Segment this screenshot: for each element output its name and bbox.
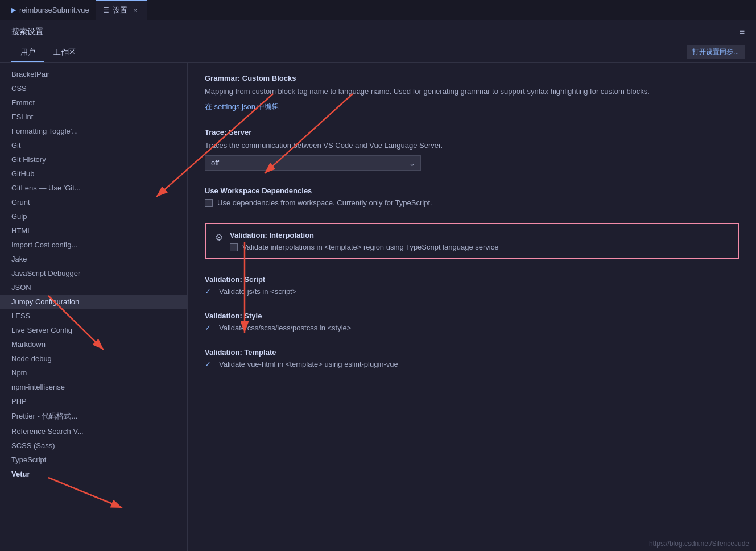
sidebar-item-jumpy[interactable]: Jumpy Configuration xyxy=(0,295,187,309)
settings-json-link[interactable]: 在 settings.json 中编辑 xyxy=(205,102,280,111)
grammar-custom-blocks-desc: Mapping from custom block tag name to la… xyxy=(205,86,717,97)
validation-interpolation-block: ⚙ Validation: Interpolation Validate int… xyxy=(205,223,739,259)
validation-template-label: Validate vue-html in <template> using es… xyxy=(219,360,398,368)
trace-server-dropdown[interactable]: off messages verbose xyxy=(205,155,421,171)
sidebar-item-formatting-toggle[interactable]: Formatting Toggle'... xyxy=(0,124,187,138)
sidebar-item-bracketpair[interactable]: BracketPair xyxy=(0,67,187,81)
sidebar-item-less[interactable]: LESS xyxy=(0,309,187,323)
settings-tab[interactable]: ☰ 设置 × xyxy=(96,0,147,20)
validation-interpolation-row: Validate interpolations in <template> re… xyxy=(230,243,729,251)
sidebar-item-reference-search[interactable]: Reference Search V... xyxy=(0,424,187,438)
settings-tab-label: 设置 xyxy=(113,5,127,15)
validation-script-row: ✓ Validate js/ts in <script> xyxy=(205,287,739,296)
sidebar-item-gitlens[interactable]: GitLens — Use 'Git... xyxy=(0,181,187,195)
sidebar-item-import-cost[interactable]: Import Cost config... xyxy=(0,238,187,252)
settings-icon: ☰ xyxy=(103,6,109,14)
sidebar-item-markdown[interactable]: Markdown xyxy=(0,337,187,351)
validation-script-label: Validate js/ts in <script> xyxy=(219,287,296,296)
validation-template-row: ✓ Validate vue-html in <template> using … xyxy=(205,360,739,368)
use-workspace-deps-block: Use Workspace Dependencies Use dependenc… xyxy=(205,187,739,207)
trace-server-desc: Traces the communication between VS Code… xyxy=(205,140,717,151)
main-content: Grammar: Custom Blocks Mapping from cust… xyxy=(188,63,756,551)
sidebar-item-typescript[interactable]: TypeScript xyxy=(0,453,187,467)
sidebar-item-jake[interactable]: Jake xyxy=(0,252,187,266)
sidebar-item-vetur[interactable]: Vetur xyxy=(0,467,187,481)
trace-server-title: Trace: Server xyxy=(205,128,739,136)
titlebar: ▶ reimburseSubmit.vue ☰ 设置 × xyxy=(0,0,756,20)
tab-workspace[interactable]: 工作区 xyxy=(44,44,85,62)
sidebar-item-node-debug[interactable]: Node debug xyxy=(0,351,187,366)
gear-icon: ⚙ xyxy=(215,232,223,243)
sidebar-item-eslint[interactable]: ESLint xyxy=(0,110,187,124)
menu-icon[interactable]: ≡ xyxy=(740,27,745,37)
checkmark-icon: ✓ xyxy=(205,287,211,296)
grammar-custom-blocks-title: Grammar: Custom Blocks xyxy=(205,74,739,82)
settings-header: 搜索设置 ≡ 用户 工作区 打开设置同步... xyxy=(0,20,756,63)
validation-style-label: Validate css/scss/less/postcss in <style… xyxy=(219,324,351,332)
validation-interpolation-checkbox[interactable] xyxy=(230,243,238,251)
validation-style-row: ✓ Validate css/scss/less/postcss in <sty… xyxy=(205,324,739,332)
use-workspace-deps-row: Use dependencies from workspace. Current… xyxy=(205,198,739,207)
validation-template-block: Validation: Template ✓ Validate vue-html… xyxy=(205,348,739,368)
validation-script-block: Validation: Script ✓ Validate js/ts in <… xyxy=(205,275,739,296)
sidebar-item-html[interactable]: HTML xyxy=(0,223,187,238)
file-tab[interactable]: ▶ reimburseSubmit.vue xyxy=(5,0,96,20)
sidebar-item-grunt[interactable]: Grunt xyxy=(0,195,187,209)
sidebar-item-gulp[interactable]: Gulp xyxy=(0,209,187,223)
trace-server-dropdown-wrapper: off messages verbose ⌄ xyxy=(205,155,421,171)
sidebar-item-github[interactable]: GitHub xyxy=(0,167,187,181)
search-label: 搜索设置 xyxy=(11,27,43,37)
file-tab-label: reimburseSubmit.vue xyxy=(19,6,89,14)
sidebar-item-js-debugger[interactable]: JavaScript Debugger xyxy=(0,266,187,280)
sidebar-item-css[interactable]: CSS xyxy=(0,81,187,96)
sidebar-item-npm[interactable]: Npm xyxy=(0,366,187,380)
use-workspace-deps-title: Use Workspace Dependencies xyxy=(205,187,739,195)
tabs-row: 用户 工作区 打开设置同步... xyxy=(11,44,745,62)
validation-script-title: Validation: Script xyxy=(205,275,739,284)
grammar-custom-blocks-block: Grammar: Custom Blocks Mapping from cust… xyxy=(205,74,739,112)
validation-interpolation-content: Validation: Interpolation Validate inter… xyxy=(230,231,729,251)
sidebar-item-git-history[interactable]: Git History xyxy=(0,152,187,167)
tab-user[interactable]: 用户 xyxy=(11,44,44,62)
validation-interpolation-label: Validate interpolations in <template> re… xyxy=(242,243,498,251)
sidebar-item-git[interactable]: Git xyxy=(0,138,187,152)
sidebar-item-json[interactable]: JSON xyxy=(0,280,187,295)
vue-icon: ▶ xyxy=(11,6,16,14)
search-row: 搜索设置 ≡ xyxy=(11,27,745,37)
open-settings-sync-button[interactable]: 打开设置同步... xyxy=(687,45,745,59)
main-container: 搜索设置 ≡ 用户 工作区 打开设置同步... BracketPair CSS … xyxy=(0,20,756,551)
sidebar-item-emmet[interactable]: Emmet xyxy=(0,96,187,110)
sidebar-item-npm-intellisense[interactable]: npm-intellisense xyxy=(0,380,187,394)
settings-tabs: 用户 工作区 xyxy=(11,44,85,62)
validation-template-title: Validation: Template xyxy=(205,348,739,357)
validation-style-title: Validation: Style xyxy=(205,312,739,320)
sidebar-item-php[interactable]: PHP xyxy=(0,394,187,408)
trace-server-block: Trace: Server Traces the communication b… xyxy=(205,128,739,171)
sidebar-item-scss[interactable]: SCSS (Sass) xyxy=(0,438,187,453)
sidebar-item-live-server[interactable]: Live Server Config xyxy=(0,323,187,337)
use-workspace-deps-checkbox[interactable] xyxy=(205,199,213,207)
content-area: BracketPair CSS Emmet ESLint Formatting … xyxy=(0,63,756,551)
sidebar: BracketPair CSS Emmet ESLint Formatting … xyxy=(0,63,188,551)
footer-link[interactable]: https://blog.csdn.net/SilenceJude xyxy=(649,540,749,548)
checkmark-icon-template: ✓ xyxy=(205,360,211,368)
checkmark-icon-style: ✓ xyxy=(205,324,211,332)
use-workspace-deps-label: Use dependencies from workspace. Current… xyxy=(217,198,432,207)
close-icon[interactable]: × xyxy=(131,6,140,15)
sidebar-item-prettier[interactable]: Prettier - 代码格式... xyxy=(0,408,187,424)
validation-interpolation-title: Validation: Interpolation xyxy=(230,231,729,239)
validation-style-block: Validation: Style ✓ Validate css/scss/le… xyxy=(205,312,739,332)
